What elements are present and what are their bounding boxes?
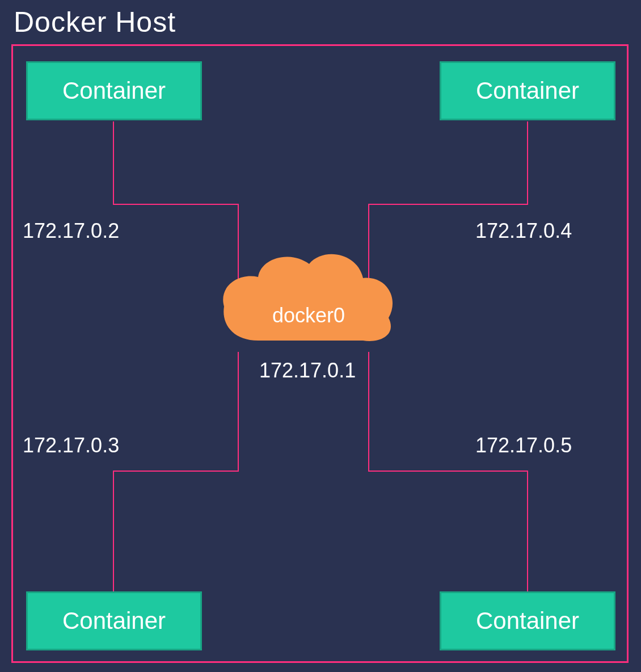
container-label: Container bbox=[476, 77, 579, 104]
container-box-top-right: Container bbox=[440, 61, 615, 120]
bridge-name: docker0 bbox=[272, 304, 345, 327]
container-ip-top-left: 172.17.0.2 bbox=[23, 219, 119, 243]
container-ip-bottom-right: 172.17.0.5 bbox=[475, 434, 572, 457]
container-label: Container bbox=[476, 607, 579, 635]
container-label: Container bbox=[62, 77, 166, 104]
container-ip-bottom-left: 172.17.0.3 bbox=[23, 434, 119, 457]
container-ip-top-right: 172.17.0.4 bbox=[475, 219, 572, 243]
bridge-ip: 172.17.0.1 bbox=[259, 359, 356, 383]
container-box-top-left: Container bbox=[26, 61, 202, 120]
container-label: Container bbox=[62, 607, 166, 635]
container-box-bottom-right: Container bbox=[440, 591, 615, 650]
container-box-bottom-left: Container bbox=[26, 591, 202, 650]
diagram-title: Docker Host bbox=[14, 6, 176, 39]
